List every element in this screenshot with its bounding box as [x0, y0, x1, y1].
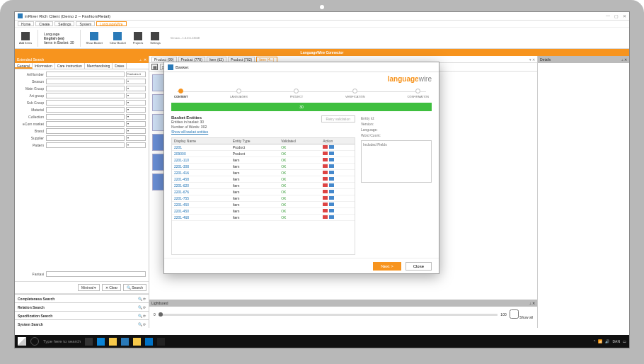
maximize-icon[interactable]: ▢ [614, 13, 619, 18]
field-input[interactable] [46, 121, 125, 127]
field-input[interactable] [46, 135, 125, 141]
info-icon[interactable] [329, 203, 334, 206]
table-row[interactable]: 2201-755ItemOK [172, 195, 355, 202]
show-all-link[interactable]: Show all basket entities [171, 130, 208, 134]
menu-settings[interactable]: Settings [54, 21, 74, 26]
outlook-icon[interactable] [145, 338, 153, 346]
menu-languagewire[interactable]: LanguageWire [96, 21, 127, 26]
delete-icon[interactable] [323, 177, 328, 181]
retry-validation-button[interactable]: Retry validation [321, 115, 355, 123]
th-entitytype[interactable]: Entity Type [231, 138, 279, 144]
field-dropdown[interactable]: ▾ [126, 135, 146, 141]
delete-icon[interactable] [323, 158, 328, 161]
store-icon[interactable] [121, 338, 129, 346]
field-input[interactable] [46, 142, 125, 148]
minimize-icon[interactable]: — [606, 13, 610, 18]
step-verification[interactable]: VERIFICATION [345, 89, 365, 98]
th-action[interactable]: Action [321, 138, 355, 144]
add-items-button[interactable]: Add Items [18, 31, 33, 45]
step-confirmation[interactable]: CONFIRMATION [407, 89, 429, 98]
lightboard-header[interactable]: Lightboard⟂ ✕ [149, 300, 537, 307]
step-project[interactable]: PROJECT [290, 89, 304, 98]
show-all-checkbox[interactable]: Show all [510, 309, 533, 319]
collapsed-relation-search[interactable]: Relation Search🔍 ⟳ [15, 302, 149, 311]
info-icon[interactable] [329, 196, 334, 200]
field-dropdown[interactable]: ▾ [126, 142, 146, 148]
tab-general[interactable]: General [15, 63, 33, 69]
cortana-icon[interactable] [30, 337, 39, 346]
pin-icon[interactable]: ⟂ [139, 57, 142, 62]
tray-volume-icon[interactable]: 🔊 [605, 339, 609, 343]
tab-information[interactable]: Information [33, 63, 55, 69]
search-placeholder[interactable]: Type here to search [43, 339, 81, 343]
table-row[interactable]: 2201-450ItemOK [172, 202, 355, 208]
table-row[interactable]: 2201-416ItemOK [172, 170, 355, 176]
delete-icon[interactable] [323, 145, 328, 149]
field-input[interactable] [46, 128, 125, 134]
delete-icon[interactable] [323, 164, 328, 168]
explorer-icon[interactable] [109, 338, 117, 346]
tab-care[interactable]: Care instruction [55, 63, 85, 69]
tray-chevron-icon[interactable]: ^ [594, 339, 595, 343]
info-icon[interactable] [329, 152, 334, 155]
delete-icon[interactable] [323, 152, 328, 155]
step-content[interactable]: CONTENT [174, 89, 188, 98]
field-input[interactable] [46, 79, 125, 84]
system-tray[interactable]: ^ 📶 🔊 DAN ▭ [594, 339, 626, 343]
projects-button[interactable]: Projects [132, 31, 144, 45]
folder-icon[interactable] [133, 338, 141, 346]
info-icon[interactable] [329, 164, 334, 168]
clear-basket-button[interactable]: Clear Basket [108, 31, 127, 45]
delete-icon[interactable] [323, 190, 328, 193]
delete-icon[interactable] [323, 171, 328, 174]
info-icon[interactable] [329, 171, 334, 174]
field-input[interactable] [46, 100, 125, 106]
contains-dropdown[interactable]: Contains ▾ [126, 72, 146, 77]
step-languages[interactable]: LANGUAGES [230, 89, 248, 98]
table-row[interactable]: 2201ProductOK [172, 144, 355, 151]
field-dropdown[interactable]: ▾ [126, 79, 146, 84]
field-input[interactable] [46, 86, 125, 91]
tabs-dropdown-icon[interactable]: ▾ ✕ [529, 57, 535, 62]
table-row[interactable]: 2201-458ItemOK [172, 176, 355, 183]
field-dropdown[interactable]: ▾ [126, 107, 146, 113]
start-button[interactable] [18, 337, 26, 346]
table-row[interactable]: 2201-676ItemOK [172, 189, 355, 195]
notification-icon[interactable]: ▭ [623, 339, 626, 343]
table-row[interactable]: 2201-620ItemOK [172, 183, 355, 189]
delete-icon[interactable] [323, 209, 328, 212]
info-icon[interactable] [329, 158, 334, 161]
delete-icon[interactable] [323, 196, 328, 200]
menu-home[interactable]: Home [18, 21, 34, 26]
field-dropdown[interactable]: ▾ [126, 128, 146, 134]
app-taskbar-icon[interactable] [157, 338, 165, 346]
language-selector[interactable]: LanguageEnglish (en) Items in Basket: 30 [42, 32, 76, 45]
table-row[interactable]: 2201-110ItemOK [172, 157, 355, 164]
tray-network-icon[interactable]: 📶 [598, 339, 602, 343]
table-row[interactable]: 2201-450ItemOK [172, 208, 355, 215]
menu-create[interactable]: Create [35, 21, 53, 26]
delete-icon[interactable] [323, 183, 328, 187]
close-button[interactable]: Close [406, 262, 432, 271]
clear-button[interactable]: ✕ Clear [102, 284, 121, 291]
tab-dates[interactable]: Dates [113, 63, 127, 69]
table-row[interactable]: 2201-468ItemOK [172, 215, 355, 221]
field-input[interactable] [46, 93, 125, 98]
field-dropdown[interactable]: ▾ [126, 93, 146, 98]
field-input[interactable] [46, 72, 125, 77]
delete-icon[interactable] [323, 203, 328, 206]
collapsed-system-search[interactable]: System Search🔍 ⟳ [15, 319, 149, 328]
close-icon[interactable]: ✕ [623, 13, 626, 18]
next-button[interactable]: Next > [373, 262, 401, 271]
show-basket-button[interactable]: Show Basket [85, 31, 104, 45]
fantasi-input[interactable] [46, 271, 146, 277]
th-displayname[interactable]: Display Name [172, 138, 231, 144]
field-dropdown[interactable]: ▾ [126, 100, 146, 106]
th-validated[interactable]: Validated [279, 138, 321, 144]
field-dropdown[interactable]: ▾ [126, 121, 146, 127]
info-icon[interactable] [329, 183, 334, 187]
info-icon[interactable] [329, 177, 334, 181]
table-row[interactable]: 2201-308ItemOK [172, 164, 355, 170]
minimal-dropdown[interactable]: Minimal ▾ [78, 284, 100, 291]
taskview-icon[interactable] [85, 338, 93, 346]
